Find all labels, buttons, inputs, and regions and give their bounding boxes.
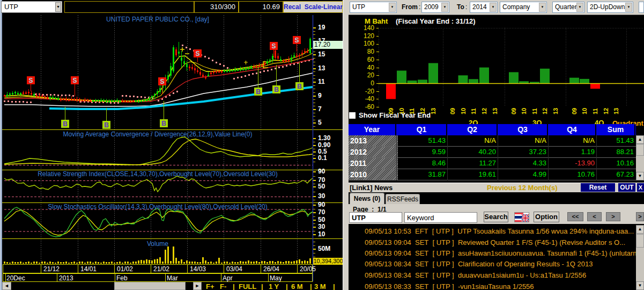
svg-text:S: S bbox=[160, 78, 164, 85]
svg-text:B: B bbox=[63, 120, 68, 128]
svg-text:S: S bbox=[28, 77, 33, 84]
svg-text:B: B bbox=[297, 83, 302, 90]
svg-text:S: S bbox=[294, 37, 299, 44]
svg-text:S: S bbox=[72, 77, 77, 84]
svg-text:S: S bbox=[271, 42, 276, 50]
svg-text:B: B bbox=[104, 121, 109, 129]
svg-text:B: B bbox=[274, 86, 279, 93]
svg-text:B: B bbox=[161, 120, 166, 127]
svg-text:S: S bbox=[195, 50, 199, 57]
svg-text:B: B bbox=[256, 88, 261, 96]
